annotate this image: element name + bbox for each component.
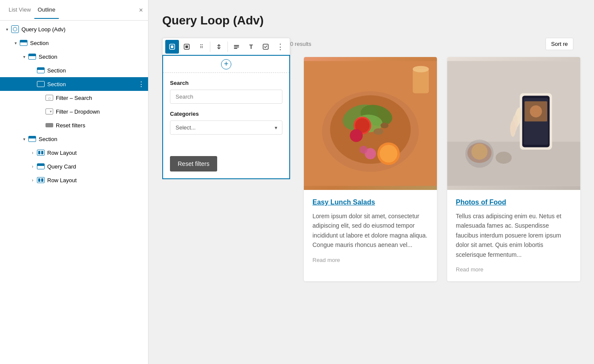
svg-point-18 [350,129,363,142]
toggle-s1[interactable] [12,39,19,46]
filter-categories-select[interactable]: Select... [170,120,282,135]
page-title: Query Loop (Adv) [162,14,580,27]
tab-outline[interactable]: Outline [34,1,59,19]
svg-rect-4 [234,45,239,46]
tree-item-qc[interactable]: Query Card [0,159,148,173]
block-toolbar: ⠿ T [162,38,290,56]
section-icon-s1 [20,39,27,47]
svg-point-19 [374,128,384,135]
toggle-qc[interactable] [29,163,36,170]
tree-label-s3: Section [47,67,145,74]
tree-item-s5[interactable]: Section [0,132,148,146]
tree-label-s4: Section [47,81,138,87]
svg-rect-5 [234,47,239,48]
toolbar-edit-btn[interactable] [259,40,273,54]
svg-point-39 [496,152,512,164]
svg-rect-21 [413,69,429,93]
post-excerpt-2: Tellus cras adipiscing enim eu. Netus et… [456,211,572,259]
tree-label-rl2: Row Layout [47,177,145,184]
svg-point-24 [360,146,368,154]
tree-item-rl1[interactable]: Row Layout [0,146,148,159]
svg-point-32 [530,105,542,117]
tree-label-s5: Section [39,136,145,142]
post-image-salad [304,57,437,190]
svg-rect-6 [234,48,237,49]
svg-point-22 [413,66,429,72]
toolbar-text-btn[interactable]: T [244,40,258,54]
tree-item-root[interactable]: Query Loop (Adv) [0,22,148,36]
posts-grid: Easy Lunch Salads Lorem ipsum dolor sit … [290,57,580,281]
section-icon-s3 [37,66,45,74]
empty-block [163,141,289,154]
toggle-rl1[interactable] [29,149,36,156]
tree-item-s1[interactable]: Section [0,36,148,50]
tree-label-fs: Filter – Search [56,95,145,101]
canvas-section: + Search Categories Select... [162,55,290,179]
filter-panel-container: ⠿ T [162,38,290,281]
toolbar-move-btn[interactable] [212,40,226,54]
filter-search-icon [45,94,53,102]
svg-point-35 [510,120,516,137]
toolbar-divider-2 [227,42,228,52]
tree-label-s2: Section [39,54,145,60]
post-readmore-2[interactable]: Read more [456,266,572,273]
close-icon[interactable]: × [139,7,143,14]
filter-search-label: Search [170,80,282,86]
add-block-btn[interactable]: + [221,59,231,69]
query-card-icon [37,162,45,170]
toggle-s2[interactable] [21,53,27,60]
svg-rect-3 [185,45,188,48]
tree-item-reset[interactable]: Reset filters [0,118,148,132]
tree-item-rl2[interactable]: Row Layout [0,173,148,187]
reset-filters-btn[interactable]: Reset filters [170,156,217,171]
section-icon-s2 [28,53,36,60]
tree-label-fd: Filter – Dropdown [56,108,145,115]
tree-item-s3[interactable]: Section [0,63,148,77]
section-icon-s5 [28,135,36,143]
results-area: 0 results Sort re [290,38,580,281]
svg-point-17 [380,145,397,162]
svg-point-38 [471,144,488,160]
tree-label-s1: Section [30,40,145,46]
tree-label-rf: Reset filters [56,122,145,129]
post-excerpt-1: Lorem ipsum dolor sit amet, consectetur … [312,211,428,250]
more-options-icon[interactable]: ⋮ [138,80,145,88]
filter-categories-label: Categories [170,111,282,117]
toggle-s5[interactable] [21,135,27,142]
tree-item-filter-search[interactable]: Filter – Search [0,91,148,105]
section-icon-s4 [37,80,45,88]
post-body-2: Photos of Food Tellus cras adipiscing en… [447,190,580,281]
post-readmore-1[interactable]: Read more [312,257,428,263]
post-title-1[interactable]: Easy Lunch Salads [312,199,428,206]
tree-item-filter-dropdown[interactable]: Filter – Dropdown [0,105,148,118]
toolbar-drag-btn[interactable]: ⠿ [194,40,208,54]
post-card-2: Photos of Food Tellus cras adipiscing en… [447,57,580,281]
toolbar-divider-1 [210,42,210,52]
toggle-root[interactable] [3,26,10,33]
sort-button[interactable]: Sort re [546,38,573,50]
toolbar-select-parent-btn[interactable] [165,40,179,54]
filter-search-input[interactable] [170,90,282,104]
results-top-bar: 0 results Sort re [290,38,580,50]
toolbar-select-block-btn[interactable] [180,40,194,54]
svg-rect-1 [171,45,173,48]
tree-item-s4[interactable]: Section ⋮ [0,77,148,91]
post-body-1: Easy Lunch Salads Lorem ipsum dolor sit … [304,190,437,272]
results-count: 0 results [290,41,311,47]
post-title-2[interactable]: Photos of Food [456,199,572,206]
main-content: Query Loop (Adv) [148,0,594,364]
filter-categories-section: Categories Select... [163,111,289,141]
sidebar: List View Outline × Query Loop (Adv) Sec… [0,0,148,364]
svg-point-20 [380,123,388,128]
toggle-rl2[interactable] [29,177,36,184]
toolbar-align-btn[interactable] [230,40,243,54]
tree-item-s2[interactable]: Section [0,50,148,63]
tree-container: Query Loop (Adv) Section Section Section [0,21,148,189]
tab-list-view[interactable]: List View [5,1,34,19]
row-layout-icon-1 [37,149,45,156]
post-image-food [447,57,580,190]
canvas-add-row[interactable]: + [163,56,289,73]
filter-select-wrapper: Select... [170,120,282,135]
toolbar-more-btn[interactable]: ⋮ [273,40,287,54]
filter-search-section: Search [163,73,289,111]
